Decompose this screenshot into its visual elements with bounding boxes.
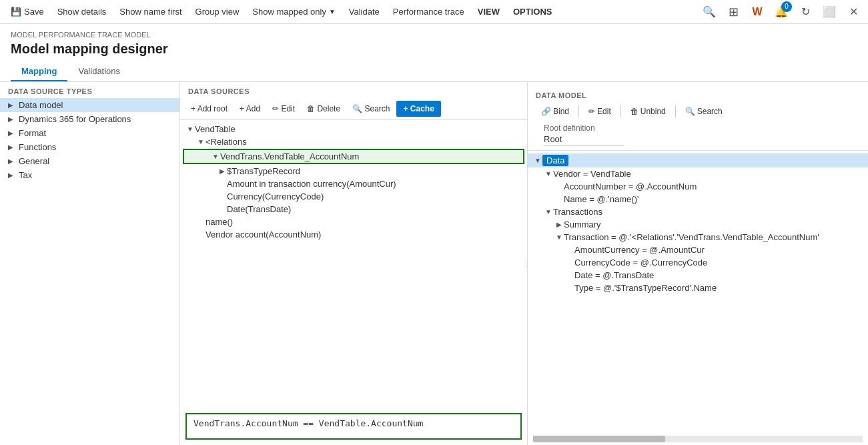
datasource-types-title: DATA SOURCE TYPES bbox=[0, 82, 179, 98]
separator bbox=[620, 105, 621, 117]
chevron-icon: ▼ bbox=[196, 138, 205, 145]
panel-left: DATA SOURCE TYPES ▶ Data model ▶ Dynamic… bbox=[0, 82, 180, 445]
view-button[interactable]: VIEW bbox=[472, 4, 505, 19]
root-definition: Root definition Root bbox=[536, 121, 860, 150]
formula-box[interactable]: VendTrans.AccountNum == VendTable.Accoun… bbox=[185, 413, 522, 440]
datamodel-toolbar: 🔗 Bind ✏ Edit 🗑 Unbind 🔍 bbox=[536, 102, 860, 121]
scrollbar-area bbox=[528, 434, 868, 445]
chevron-icon: ▶ bbox=[8, 115, 16, 123]
unbind-button[interactable]: 🗑 Unbind bbox=[625, 105, 671, 118]
chevron-icon: ▼ bbox=[185, 125, 195, 133]
drag-dots-icon: ⋮ bbox=[524, 260, 528, 268]
search-button[interactable]: 🔍 bbox=[700, 3, 719, 21]
chevron-icon: ▶ bbox=[8, 129, 16, 137]
ds-date[interactable]: Date(TransDate) bbox=[180, 203, 527, 215]
dm-summary[interactable]: ▶ Summary bbox=[528, 218, 868, 231]
chevron-icon: ▼ bbox=[544, 170, 553, 177]
ds-vendor-account[interactable]: Vendor account(AccountNum) bbox=[180, 228, 527, 241]
datasource-type-data-model[interactable]: ▶ Data model bbox=[0, 98, 179, 112]
root-definition-value: Root bbox=[544, 134, 624, 146]
chevron-down-icon: ▼ bbox=[329, 8, 336, 15]
dm-transaction[interactable]: ▼ Transaction = @.'<Relations'.'VendTran… bbox=[528, 231, 868, 244]
save-button[interactable]: 💾 Save bbox=[5, 4, 49, 19]
ds-currency[interactable]: Currency(CurrencyCode) bbox=[180, 190, 527, 203]
ds-vendtrans-vendtable-accountnum[interactable]: ▼ VendTrans.VendTable_AccountNum bbox=[183, 149, 524, 164]
dm-amountcurrency[interactable]: AmountCurrency = @.AmountCur bbox=[528, 244, 868, 256]
unbind-icon: 🗑 bbox=[630, 107, 638, 116]
group-view-button[interactable]: Group view bbox=[190, 4, 245, 19]
search-button[interactable]: 🔍 Search bbox=[347, 102, 395, 115]
ds-transtyperecord[interactable]: ▶ $TransTypeRecord bbox=[180, 165, 527, 177]
chevron-icon: ▶ bbox=[8, 143, 16, 151]
show-name-first-button[interactable]: Show name first bbox=[114, 4, 187, 19]
horizontal-scrollbar[interactable] bbox=[533, 436, 863, 442]
dm-data-label: Data bbox=[542, 155, 568, 166]
extensions-button[interactable]: ⊞ bbox=[724, 3, 743, 21]
datasources-title: DATA SOURCES bbox=[180, 82, 527, 98]
datasource-type-tax[interactable]: ▶ Tax bbox=[0, 168, 179, 182]
chevron-icon: ▼ bbox=[211, 153, 220, 160]
chevron-icon: ▶ bbox=[8, 157, 16, 165]
drag-handle[interactable]: ⋮ bbox=[524, 82, 528, 445]
edit-button[interactable]: ✏ Edit bbox=[267, 102, 300, 115]
chevron-icon: ▼ bbox=[533, 157, 542, 164]
show-details-button[interactable]: Show details bbox=[52, 4, 112, 19]
datasource-type-general[interactable]: ▶ General bbox=[0, 154, 179, 168]
bind-button[interactable]: 🔗 Bind bbox=[536, 105, 574, 118]
dm-type[interactable]: Type = @.'$TransTypeRecord'.Name bbox=[528, 282, 868, 294]
panel-right: DATA MODEL 🔗 Bind ✏ Edit 🗑 Unbind bbox=[528, 82, 868, 445]
close-button[interactable]: ✕ bbox=[844, 3, 863, 21]
notification-badge: 0 bbox=[781, 1, 792, 12]
page-header: MODEL PERFORMANCE TRACE MODEL Model mapp… bbox=[0, 24, 868, 82]
tab-mapping[interactable]: Mapping bbox=[11, 62, 67, 81]
panels: DATA SOURCE TYPES ▶ Data model ▶ Dynamic… bbox=[0, 82, 868, 445]
dm-accountnumber[interactable]: AccountNumber = @.AccountNum bbox=[528, 180, 868, 193]
breadcrumb: MODEL PERFORMANCE TRACE MODEL bbox=[11, 31, 857, 39]
datamodel-title: DATA MODEL bbox=[536, 86, 860, 102]
ds-vendtable[interactable]: ▼ VendTable bbox=[180, 123, 527, 135]
dm-vendor[interactable]: ▼ Vendor = VendTable bbox=[528, 167, 868, 180]
datasource-type-format[interactable]: ▶ Format bbox=[0, 126, 179, 140]
maximize-button[interactable]: ⬜ bbox=[820, 3, 839, 21]
options-button[interactable]: OPTIONS bbox=[508, 4, 558, 19]
main-content: MODEL PERFORMANCE TRACE MODEL Model mapp… bbox=[0, 24, 868, 445]
page-title: Model mapping designer bbox=[11, 41, 857, 57]
delete-button[interactable]: 🗑 Delete bbox=[302, 102, 346, 115]
toolbar-right: 🔍 ⊞ W 🔔 0 ↻ ⬜ ✕ bbox=[700, 3, 863, 21]
datasources-toolbar: + Add root + Add ✏ Edit 🗑 Delete 🔍 Searc… bbox=[180, 98, 527, 120]
edit-button[interactable]: ✏ Edit bbox=[583, 105, 616, 118]
ds-name[interactable]: name() bbox=[180, 215, 527, 228]
search-icon: 🔍 bbox=[685, 107, 695, 116]
datamodel-header: DATA MODEL 🔗 Bind ✏ Edit 🗑 Unbind bbox=[528, 82, 868, 151]
scrollbar-thumb bbox=[533, 436, 665, 442]
tab-validations[interactable]: Validations bbox=[67, 62, 131, 81]
bind-icon: 🔗 bbox=[541, 107, 551, 116]
datasource-type-functions[interactable]: ▶ Functions bbox=[0, 140, 179, 154]
search-button[interactable]: 🔍 Search bbox=[680, 105, 728, 118]
cache-button[interactable]: + Cache bbox=[396, 101, 440, 117]
performance-trace-button[interactable]: Performance trace bbox=[388, 4, 470, 19]
datasource-type-dynamics365[interactable]: ▶ Dynamics 365 for Operations bbox=[0, 112, 179, 126]
tabs: Mapping Validations bbox=[11, 62, 857, 81]
datasource-types-list: ▶ Data model ▶ Dynamics 365 for Operatio… bbox=[0, 98, 179, 182]
dm-date[interactable]: Date = @.TransDate bbox=[528, 269, 868, 282]
add-root-button[interactable]: + Add root bbox=[185, 102, 233, 115]
dm-currencycode[interactable]: CurrencyCode = @.CurrencyCode bbox=[528, 256, 868, 269]
dm-data[interactable]: ▼ Data bbox=[528, 153, 868, 167]
dm-name[interactable]: Name = @.'name()' bbox=[528, 193, 868, 205]
dm-transactions[interactable]: ▼ Transactions bbox=[528, 205, 868, 218]
refresh-button[interactable]: ↻ bbox=[796, 3, 815, 21]
chevron-icon: ▶ bbox=[218, 167, 227, 175]
chevron-icon: ▶ bbox=[8, 171, 16, 179]
datasource-tree: ▼ VendTable ▼ <Relations ▼ VendTrans.Ven… bbox=[180, 120, 527, 398]
show-mapped-only-button[interactable]: Show mapped only ▼ bbox=[247, 4, 340, 19]
office-button[interactable]: W bbox=[748, 3, 767, 21]
validate-button[interactable]: Validate bbox=[344, 4, 385, 19]
save-icon: 💾 bbox=[11, 7, 21, 17]
separator bbox=[578, 105, 579, 117]
add-button[interactable]: + Add bbox=[234, 102, 266, 115]
notifications-container: 🔔 0 bbox=[772, 3, 791, 21]
office-button-container: W bbox=[748, 3, 767, 21]
ds-relations[interactable]: ▼ <Relations bbox=[180, 135, 527, 148]
ds-amount-transaction-currency[interactable]: Amount in transaction currency(AmountCur… bbox=[180, 177, 527, 190]
